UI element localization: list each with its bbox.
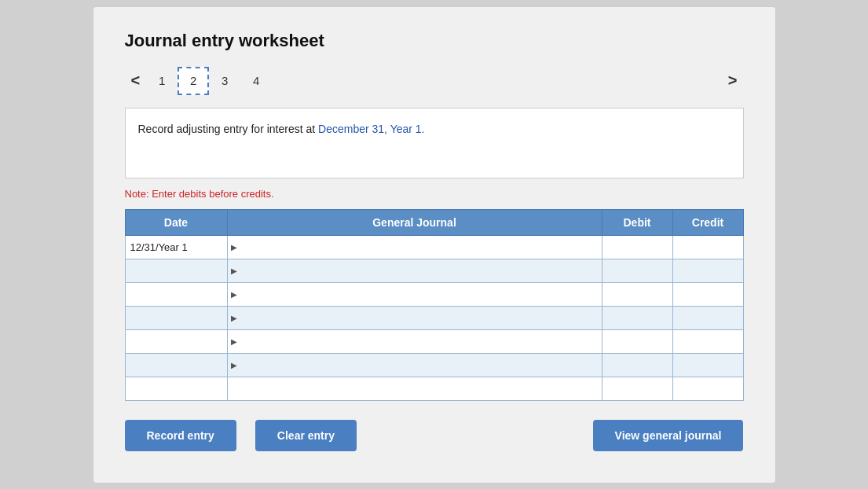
gj-input-6[interactable] bbox=[228, 354, 602, 377]
tab-2[interactable]: 2 bbox=[178, 67, 209, 95]
gj-input-2[interactable] bbox=[228, 259, 602, 282]
date-cell-6 bbox=[125, 353, 227, 377]
description-text: Record adjusting entry for interest at D… bbox=[138, 123, 425, 135]
gj-cell-2[interactable] bbox=[227, 259, 602, 282]
date-cell-7 bbox=[125, 377, 227, 400]
gj-input-5[interactable] bbox=[228, 330, 602, 353]
table-row bbox=[125, 377, 743, 400]
col-header-gj: General Journal bbox=[227, 209, 602, 235]
debit-input-4[interactable] bbox=[602, 307, 672, 329]
col-header-debit: Debit bbox=[602, 209, 672, 235]
table-row bbox=[125, 259, 743, 282]
view-general-journal-button[interactable]: View general journal bbox=[593, 420, 744, 451]
date-cell-5 bbox=[125, 329, 227, 353]
navigation-row: < 1 2 3 4 > bbox=[125, 67, 744, 95]
credit-input-1[interactable] bbox=[673, 236, 743, 259]
debit-cell-3[interactable] bbox=[602, 282, 672, 306]
gj-cell-4[interactable] bbox=[227, 306, 602, 329]
debit-cell-6[interactable] bbox=[602, 353, 672, 377]
debit-input-5[interactable] bbox=[602, 330, 672, 353]
credit-cell-6[interactable] bbox=[672, 353, 743, 377]
credit-cell-3[interactable] bbox=[672, 282, 743, 306]
col-header-date: Date bbox=[125, 209, 227, 235]
table-row bbox=[125, 282, 743, 306]
gj-input-4[interactable] bbox=[228, 307, 602, 329]
table-row bbox=[125, 306, 743, 329]
debit-cell-1[interactable] bbox=[602, 235, 672, 259]
credit-cell-4[interactable] bbox=[672, 306, 743, 329]
note-text: Note: Enter debits before credits. bbox=[125, 188, 744, 200]
credit-cell-2[interactable] bbox=[672, 259, 743, 282]
table-row bbox=[125, 329, 743, 353]
table-row: 12/31/Year 1 bbox=[125, 235, 743, 259]
debit-input-6[interactable] bbox=[602, 354, 672, 377]
gj-cell-5[interactable] bbox=[227, 329, 602, 353]
tab-1[interactable]: 1 bbox=[146, 67, 178, 95]
record-entry-button[interactable]: Record entry bbox=[125, 420, 236, 451]
date-cell-3 bbox=[125, 282, 227, 306]
gj-input-7[interactable] bbox=[228, 377, 602, 400]
debit-cell-7[interactable] bbox=[602, 377, 672, 400]
credit-input-6[interactable] bbox=[673, 354, 743, 377]
debit-cell-4[interactable] bbox=[602, 306, 672, 329]
credit-cell-5[interactable] bbox=[672, 329, 743, 353]
page-tabs: 1 2 3 4 bbox=[146, 67, 722, 95]
date-cell-1: 12/31/Year 1 bbox=[125, 235, 227, 259]
gj-cell-6[interactable] bbox=[227, 353, 602, 377]
credit-input-4[interactable] bbox=[673, 307, 743, 329]
credit-input-5[interactable] bbox=[673, 330, 743, 353]
tab-4[interactable]: 4 bbox=[240, 67, 272, 95]
gj-cell-7[interactable] bbox=[227, 377, 602, 400]
date-cell-2 bbox=[125, 259, 227, 282]
page-title: Journal entry worksheet bbox=[125, 31, 744, 51]
credit-input-2[interactable] bbox=[673, 259, 743, 282]
gj-input-3[interactable] bbox=[228, 283, 602, 306]
description-box: Record adjusting entry for interest at D… bbox=[125, 108, 744, 178]
credit-cell-1[interactable] bbox=[672, 235, 743, 259]
prev-arrow-button[interactable]: < bbox=[125, 70, 147, 91]
clear-entry-button[interactable]: Clear entry bbox=[255, 420, 357, 451]
debit-cell-5[interactable] bbox=[602, 329, 672, 353]
debit-cell-2[interactable] bbox=[602, 259, 672, 282]
debit-input-7[interactable] bbox=[602, 377, 672, 400]
gj-cell-1[interactable] bbox=[227, 235, 602, 259]
debit-input-1[interactable] bbox=[602, 236, 672, 259]
tab-3[interactable]: 3 bbox=[209, 67, 240, 95]
credit-input-3[interactable] bbox=[673, 283, 743, 306]
credit-cell-7[interactable] bbox=[672, 377, 743, 400]
debit-input-3[interactable] bbox=[602, 283, 672, 306]
table-row bbox=[125, 353, 743, 377]
gj-cell-3[interactable] bbox=[227, 282, 602, 306]
date-cell-4 bbox=[125, 306, 227, 329]
journal-table: Date General Journal Debit Credit 12/31/… bbox=[125, 209, 744, 401]
buttons-row: Record entry Clear entry View general jo… bbox=[125, 420, 744, 451]
debit-input-2[interactable] bbox=[602, 259, 672, 282]
next-arrow-button[interactable]: > bbox=[722, 70, 744, 91]
worksheet-container: Journal entry worksheet < 1 2 3 4 > Reco… bbox=[93, 6, 776, 483]
gj-input-1[interactable] bbox=[228, 236, 602, 259]
credit-input-7[interactable] bbox=[673, 377, 743, 400]
col-header-credit: Credit bbox=[672, 209, 743, 235]
